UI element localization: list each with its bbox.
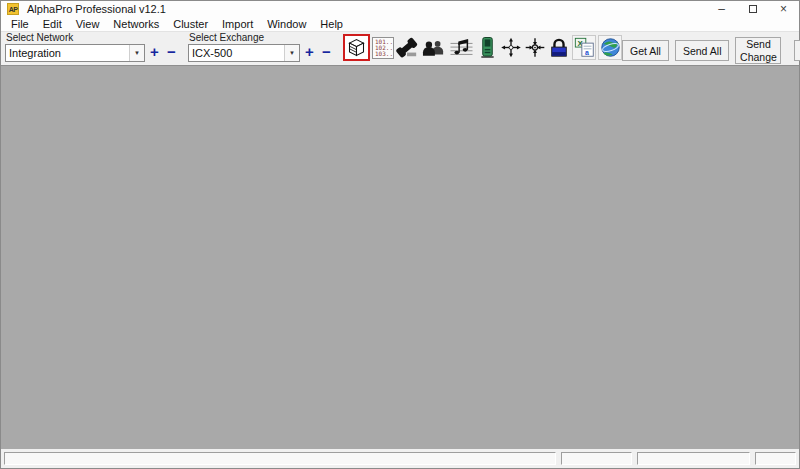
status-panel bbox=[561, 452, 632, 465]
network-remove-button[interactable]: − bbox=[164, 44, 179, 62]
status-panel bbox=[4, 452, 556, 465]
subscriber-list-icon: 101... 102... 103... bbox=[372, 37, 394, 59]
status-bar bbox=[1, 449, 799, 468]
intercom-station-icon bbox=[478, 36, 497, 59]
maximize-icon bbox=[749, 5, 757, 13]
handset-icon bbox=[396, 37, 418, 59]
toolbar-button-security[interactable] bbox=[548, 35, 570, 60]
title-bar: AP AlphaPro Professional v12.1 – × bbox=[1, 1, 799, 17]
toolbar-button-web[interactable] bbox=[598, 35, 622, 60]
toolbar: Select Network Integration ▼ + − Select … bbox=[1, 31, 799, 65]
toolbar-action-buttons: Get All Send All Send Change Reset Set N… bbox=[622, 37, 800, 64]
status-panel bbox=[637, 452, 750, 465]
menu-item-cluster[interactable]: Cluster bbox=[166, 18, 215, 30]
select-network-label: Select Network bbox=[6, 32, 179, 43]
music-notes-icon bbox=[449, 37, 474, 59]
close-icon: × bbox=[780, 3, 787, 15]
exchange-combobox[interactable]: ICX-500 ▼ bbox=[188, 44, 300, 62]
menu-item-file[interactable]: File bbox=[4, 18, 36, 30]
app-window: AP AlphaPro Professional v12.1 – × File … bbox=[0, 0, 800, 469]
status-panel bbox=[755, 452, 796, 465]
toolbar-button-intercom-station[interactable] bbox=[476, 35, 498, 60]
minimize-button[interactable]: – bbox=[706, 1, 737, 17]
menu-item-import[interactable]: Import bbox=[215, 18, 260, 30]
svg-text:a: a bbox=[584, 49, 588, 56]
menu-item-edit[interactable]: Edit bbox=[36, 18, 69, 30]
maximize-button[interactable] bbox=[737, 1, 768, 17]
network-selected-value: Integration bbox=[6, 45, 129, 61]
toolbar-button-collect[interactable] bbox=[524, 35, 546, 60]
select-exchange-label: Select Exchange bbox=[189, 32, 334, 43]
subscriber-line: 103... bbox=[375, 51, 393, 57]
app-icon: AP bbox=[7, 3, 19, 15]
toolbar-button-exchange-unit[interactable] bbox=[343, 34, 370, 61]
get-all-button[interactable]: Get All bbox=[622, 40, 669, 61]
excel-export-icon: X a bbox=[574, 37, 595, 58]
network-add-button[interactable]: + bbox=[147, 44, 162, 62]
network-combobox[interactable]: Integration ▼ bbox=[5, 44, 145, 62]
send-all-button[interactable]: Send All bbox=[675, 40, 730, 61]
send-change-button[interactable]: Send Change bbox=[735, 37, 781, 64]
toolbar-button-subscriber-list[interactable]: 101... 102... 103... bbox=[372, 35, 394, 60]
globe-icon bbox=[600, 37, 621, 58]
menu-item-view[interactable]: View bbox=[69, 18, 107, 30]
minimize-icon: – bbox=[718, 3, 725, 15]
menu-item-networks[interactable]: Networks bbox=[106, 18, 166, 30]
user-group-icon bbox=[421, 37, 446, 59]
select-exchange-group: Select Exchange ICX-500 ▼ + − bbox=[188, 32, 334, 62]
client-area bbox=[1, 65, 799, 449]
menu-item-window[interactable]: Window bbox=[260, 18, 313, 30]
window-controls: – × bbox=[706, 1, 799, 17]
arrows-in-icon bbox=[524, 36, 546, 59]
menu-bar: File Edit View Networks Cluster Import W… bbox=[1, 17, 799, 31]
exchange-remove-button[interactable]: − bbox=[319, 44, 334, 62]
close-button[interactable]: × bbox=[768, 1, 799, 17]
exchange-add-button[interactable]: + bbox=[302, 44, 317, 62]
toolbar-button-handset[interactable] bbox=[396, 35, 418, 60]
toolbar-button-audio-program[interactable] bbox=[448, 35, 474, 60]
toolbar-button-user-groups[interactable] bbox=[420, 35, 446, 60]
exchange-cube-icon bbox=[346, 37, 367, 58]
toolbar-icons: 101... 102... 103... bbox=[343, 34, 622, 61]
window-title: AlphaPro Professional v12.1 bbox=[27, 3, 166, 15]
menu-item-help[interactable]: Help bbox=[313, 18, 350, 30]
exchange-dropdown-arrow-icon[interactable]: ▼ bbox=[284, 45, 299, 61]
arrows-out-icon bbox=[500, 36, 522, 59]
exchange-selected-value: ICX-500 bbox=[189, 45, 284, 61]
toolbar-button-distribute[interactable] bbox=[500, 35, 522, 60]
select-network-group: Select Network Integration ▼ + − bbox=[5, 32, 179, 62]
network-dropdown-arrow-icon[interactable]: ▼ bbox=[129, 45, 144, 61]
lock-icon bbox=[549, 37, 569, 59]
reset-button[interactable]: Reset bbox=[794, 40, 800, 61]
toolbar-button-excel-export[interactable]: X a bbox=[572, 35, 596, 60]
